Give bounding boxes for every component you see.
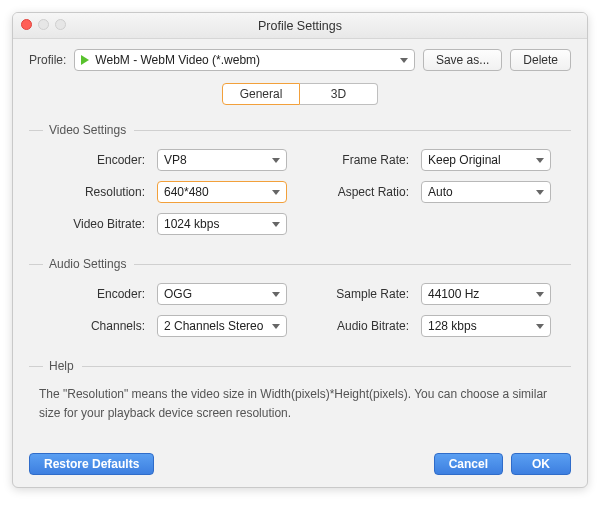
aspect-ratio-dropdown[interactable]: Auto (421, 181, 551, 203)
resolution-value: 640*480 (164, 185, 209, 199)
chevron-down-icon (536, 158, 544, 163)
audio-encoder-dropdown[interactable]: OGG (157, 283, 287, 305)
resolution-dropdown[interactable]: 640*480 (157, 181, 287, 203)
ok-button[interactable]: OK (511, 453, 571, 475)
window-title: Profile Settings (258, 19, 342, 33)
video-encoder-value: VP8 (164, 153, 187, 167)
help-legend: Help (29, 359, 571, 373)
chevron-down-icon (400, 58, 408, 63)
resolution-label: Resolution: (35, 185, 145, 199)
chevron-down-icon (272, 324, 280, 329)
sample-rate-value: 44100 Hz (428, 287, 479, 301)
tab-3d[interactable]: 3D (300, 83, 378, 105)
cancel-button[interactable]: Cancel (434, 453, 503, 475)
chevron-down-icon (272, 158, 280, 163)
audio-encoder-label: Encoder: (35, 287, 145, 301)
restore-defaults-button[interactable]: Restore Defaults (29, 453, 154, 475)
chevron-down-icon (536, 190, 544, 195)
audio-encoder-value: OGG (164, 287, 192, 301)
zoom-window-icon (55, 19, 66, 30)
audio-bitrate-dropdown[interactable]: 128 kbps (421, 315, 551, 337)
chevron-down-icon (536, 324, 544, 329)
video-bitrate-value: 1024 kbps (164, 217, 219, 231)
profile-settings-window: Profile Settings Profile: WebM - WebM Vi… (12, 12, 588, 488)
profile-value: WebM - WebM Video (*.webm) (95, 53, 394, 67)
audio-bitrate-label: Audio Bitrate: (299, 319, 409, 333)
webm-format-icon (81, 55, 89, 65)
chevron-down-icon (272, 190, 280, 195)
footer: Restore Defaults Cancel OK (29, 449, 571, 475)
help-legend-text: Help (49, 359, 74, 373)
close-window-icon[interactable] (21, 19, 32, 30)
channels-dropdown[interactable]: 2 Channels Stereo (157, 315, 287, 337)
sample-rate-dropdown[interactable]: 44100 Hz (421, 283, 551, 305)
audio-settings-legend: Audio Settings (29, 257, 571, 271)
minimize-window-icon (38, 19, 49, 30)
content-area: Profile: WebM - WebM Video (*.webm) Save… (13, 39, 587, 487)
titlebar: Profile Settings (13, 13, 587, 39)
frame-rate-dropdown[interactable]: Keep Original (421, 149, 551, 171)
help-text: The "Resolution" means the video size in… (29, 385, 571, 423)
save-as-button[interactable]: Save as... (423, 49, 502, 71)
video-bitrate-label: Video Bitrate: (35, 217, 145, 231)
video-settings-legend-text: Video Settings (49, 123, 126, 137)
profile-dropdown[interactable]: WebM - WebM Video (*.webm) (74, 49, 415, 71)
help-group: Help The "Resolution" means the video si… (29, 359, 571, 423)
video-encoder-dropdown[interactable]: VP8 (157, 149, 287, 171)
sample-rate-label: Sample Rate: (299, 287, 409, 301)
channels-value: 2 Channels Stereo (164, 319, 263, 333)
profile-row: Profile: WebM - WebM Video (*.webm) Save… (29, 49, 571, 71)
audio-settings-group: Audio Settings Encoder: OGG Sample Rate:… (29, 257, 571, 337)
video-settings-group: Video Settings Encoder: VP8 Frame Rate: … (29, 123, 571, 235)
aspect-ratio-label: Aspect Ratio: (299, 185, 409, 199)
channels-label: Channels: (35, 319, 145, 333)
delete-button[interactable]: Delete (510, 49, 571, 71)
tab-bar: General 3D (29, 83, 571, 105)
frame-rate-value: Keep Original (428, 153, 501, 167)
frame-rate-label: Frame Rate: (299, 153, 409, 167)
profile-label: Profile: (29, 53, 66, 67)
audio-settings-legend-text: Audio Settings (49, 257, 126, 271)
video-encoder-label: Encoder: (35, 153, 145, 167)
chevron-down-icon (272, 222, 280, 227)
window-controls (21, 19, 66, 30)
audio-bitrate-value: 128 kbps (428, 319, 477, 333)
chevron-down-icon (272, 292, 280, 297)
aspect-ratio-value: Auto (428, 185, 453, 199)
chevron-down-icon (536, 292, 544, 297)
video-settings-legend: Video Settings (29, 123, 571, 137)
tab-general[interactable]: General (222, 83, 300, 105)
video-bitrate-dropdown[interactable]: 1024 kbps (157, 213, 287, 235)
